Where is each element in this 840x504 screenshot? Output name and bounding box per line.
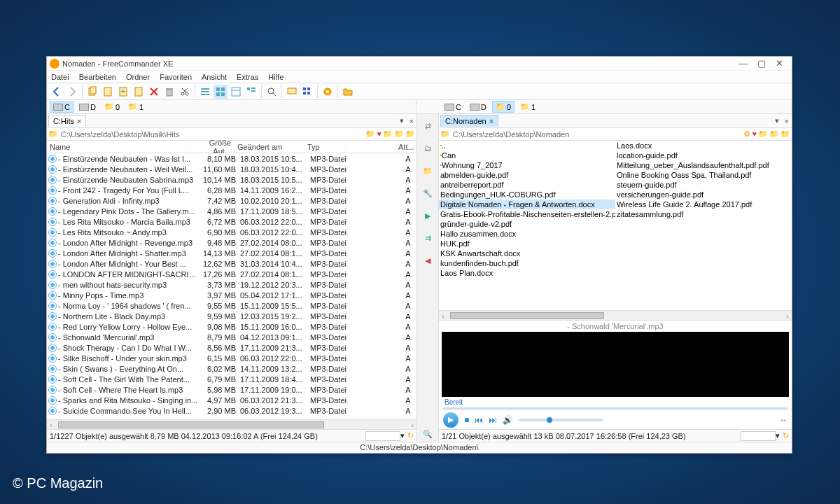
trash-icon[interactable] xyxy=(162,85,176,99)
file-row[interactable]: .. xyxy=(439,141,615,150)
tab-close-icon[interactable]: × xyxy=(407,117,416,125)
history-icon[interactable]: 📁 xyxy=(758,130,768,139)
tab-dropdown[interactable]: ▾ xyxy=(397,116,407,125)
col-type[interactable]: Typ xyxy=(304,143,346,151)
back-button[interactable] xyxy=(50,85,64,99)
col-size[interactable]: Größe Aut... xyxy=(191,139,234,155)
file-row[interactable]: - Soft Cell - Where The Heart Is.mp35,98… xyxy=(47,384,416,395)
file-row[interactable]: abmelden-guide.pdf xyxy=(439,170,615,180)
copy-right-icon[interactable]: ▶ xyxy=(420,208,435,223)
file-row[interactable]: Laos Plan.docx xyxy=(439,268,615,278)
forward-button[interactable] xyxy=(65,85,79,99)
drive-d-r[interactable]: D xyxy=(467,102,489,112)
up-icon[interactable]: 📁 xyxy=(769,130,779,139)
goto-icon[interactable]: 📁 xyxy=(780,130,790,139)
file-row[interactable]: - Silke Bischoff - Under your skin.mp36,… xyxy=(47,353,416,363)
col-date[interactable]: Geändert am xyxy=(234,143,304,151)
file-row[interactable]: - Les Rita Mitsouko ~ Andy.mp36,90 MB 06… xyxy=(47,227,416,237)
col-attr[interactable]: Att... xyxy=(396,143,416,151)
filter-dropdown[interactable]: ▾ xyxy=(776,431,780,440)
file-row[interactable]: - Minny Pops - Time.mp33,97 MB 05.04.201… xyxy=(47,290,416,300)
up-icon[interactable]: 📁 xyxy=(394,130,404,139)
left-tab[interactable]: C:Hits× xyxy=(48,115,86,127)
clipboard-icon[interactable] xyxy=(132,85,146,99)
file-row[interactable]: Laos.docx xyxy=(615,141,792,150)
drive-c-r[interactable]: C xyxy=(442,102,464,112)
file-row[interactable]: - Generation Aldi - Infinty.mp37,42 MB 1… xyxy=(47,195,416,206)
heart-icon[interactable]: ♥ xyxy=(377,130,382,139)
gear-icon[interactable] xyxy=(321,85,335,99)
file-row[interactable]: - Skin ( Swans ) - Everything At On...6,… xyxy=(47,363,416,374)
file-row[interactable]: Gratis-Ebook-Profitable-Nischenseiten-er… xyxy=(439,209,615,219)
h-scrollbar[interactable]: ‹› xyxy=(47,419,416,429)
view-detail-icon[interactable] xyxy=(229,85,243,99)
tab-close-icon[interactable]: × xyxy=(782,117,792,125)
drive-1[interactable]: 📁1 xyxy=(125,102,146,112)
menu-ansicht[interactable]: Ansicht xyxy=(202,73,227,81)
delete-x-icon[interactable] xyxy=(147,85,161,99)
file-row[interactable]: - Front 242 - Tragedy For You (Full L...… xyxy=(47,185,416,195)
left-file-list[interactable]: - Einstürzende Neubauten - Was Ist I...8… xyxy=(47,153,416,419)
file-row[interactable]: Bedingungen_HUK-COBURG.pdf xyxy=(439,190,615,200)
refresh-icon[interactable]: ↻ xyxy=(407,431,414,440)
refresh-icon[interactable]: ↻ xyxy=(783,431,789,440)
file-row[interactable]: - Northern Lite - Black Day.mp39,59 MB 1… xyxy=(47,311,416,321)
menu-ordner[interactable]: Ordner xyxy=(126,73,150,81)
file-row[interactable]: Online Booking Oass Spa, Thailand.pdf xyxy=(615,170,792,180)
goto-icon[interactable]: 📁 xyxy=(405,130,415,139)
view-grid-icon[interactable] xyxy=(214,85,227,99)
file-row[interactable]: - Einstürzende Neubauten - Weil Weil...1… xyxy=(47,164,416,174)
filter-input[interactable] xyxy=(741,431,776,441)
file-row[interactable]: gründer-guide-v2.pdf xyxy=(439,219,615,229)
file-row[interactable]: - Shock Therapy - Can I Do What I W...8,… xyxy=(47,342,416,353)
drive-0[interactable]: 📁0 xyxy=(102,102,122,112)
close-tab-icon[interactable]: × xyxy=(77,117,81,125)
file-row[interactable]: - Sparks and Rita Mitsouko - Singing in.… xyxy=(47,395,416,405)
file-row[interactable]: Mitteilung_ueber_Auslandsaufenthalt.pdf.… xyxy=(615,160,792,170)
file-row[interactable]: - Red Lorry Yellow Lorry - Hollow Eye...… xyxy=(47,321,416,332)
scissors-icon[interactable] xyxy=(178,85,192,99)
drive-d[interactable]: D xyxy=(76,102,99,112)
fav-icon[interactable]: 📁 xyxy=(365,130,375,139)
prev-button[interactable]: ⏮ xyxy=(475,415,483,425)
tools-icon[interactable]: 🔧 xyxy=(420,186,435,201)
history-icon[interactable]: 📁 xyxy=(383,130,393,139)
file-row[interactable]: - Suicide Commando-See You In Hell...2,9… xyxy=(47,405,416,416)
file-row[interactable]: antreiberreport.pdf xyxy=(439,180,615,190)
move-right-icon[interactable]: ⇉ xyxy=(420,230,435,246)
expand-icon[interactable]: 📁 xyxy=(420,163,435,178)
file-row[interactable]: KSK Anwartschaft.docx xyxy=(439,248,615,258)
file-row[interactable]: - Schonwald 'Mercurial'.mp38,79 MB 04.12… xyxy=(47,332,416,342)
menu-bearbeiten[interactable]: Bearbeiten xyxy=(79,73,116,81)
menu-extras[interactable]: Extras xyxy=(237,73,258,81)
fav-icon[interactable]: ⚙ xyxy=(743,130,750,139)
sync-icon[interactable]: ⇄ xyxy=(420,118,435,134)
tile-icon[interactable] xyxy=(300,85,314,99)
file-row[interactable]: HUK.pdf xyxy=(439,239,615,248)
copy-left-icon[interactable]: ◀ xyxy=(420,253,435,268)
file-row[interactable]: - Soft Cell - The Girl With The Patent..… xyxy=(47,374,416,384)
file-row[interactable]: Hallo zusammen.docx xyxy=(439,229,615,239)
drive-1-r[interactable]: 📁1 xyxy=(517,102,538,112)
filter-input[interactable] xyxy=(365,431,400,441)
next-button[interactable]: ⏭ xyxy=(489,415,497,425)
folder-open-icon[interactable] xyxy=(341,85,355,99)
copy-icon[interactable] xyxy=(85,85,99,99)
expand-icon[interactable]: ↔ xyxy=(779,415,788,425)
file-row[interactable]: - men without hats-security.mp33,73 MB 1… xyxy=(47,279,416,290)
menu-hilfe[interactable]: Hilfe xyxy=(268,73,284,81)
file-row[interactable]: location-guide.pdf xyxy=(615,150,792,160)
h-scrollbar-right[interactable]: ‹› xyxy=(439,310,792,320)
close-tab-icon[interactable]: × xyxy=(489,117,493,125)
volume-icon[interactable]: 🔊 xyxy=(503,415,513,425)
tab-dropdown[interactable]: ▾ xyxy=(772,116,782,125)
left-path[interactable]: C:\Users\zelda\Desktop\Musik\Hits xyxy=(61,130,365,139)
file-row[interactable]: - London After Midnight - Shatter.mp314,… xyxy=(47,248,416,258)
file-row[interactable]: - Einstürzende Neubauten - Was Ist I...8… xyxy=(47,153,416,164)
file-row[interactable]: kundenfinden-buch.pdf xyxy=(439,258,615,268)
file-row[interactable]: - Legendary Pink Dots - The Gallery.m...… xyxy=(47,206,416,216)
play-button[interactable]: ▶ xyxy=(443,412,458,428)
right-tab[interactable]: C:Nomaden× xyxy=(440,115,498,127)
file-row[interactable]: Wireless Life Guide 2. Auflage 2017.pdf xyxy=(615,200,792,209)
search-icon[interactable] xyxy=(265,85,279,99)
